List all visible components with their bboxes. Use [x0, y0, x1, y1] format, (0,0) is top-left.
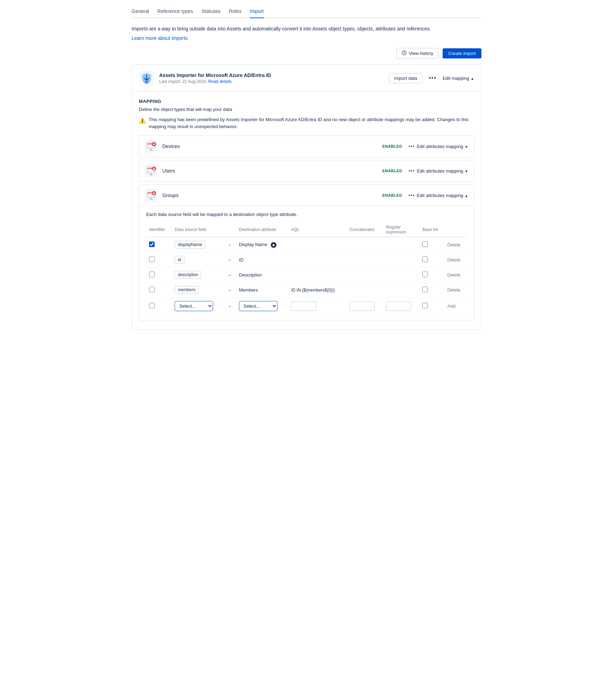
users-more-button[interactable]: ••• [406, 167, 417, 175]
add-row-aql-input[interactable] [291, 302, 316, 311]
devices-edit-attr-button[interactable]: Edit attributes mapping [417, 142, 468, 150]
row2-dest: ID [236, 252, 288, 267]
groups-edit-attr-button[interactable]: Edit attributes mapping [417, 191, 468, 200]
svg-point-17 [153, 168, 155, 169]
add-row-concat [347, 298, 383, 315]
import-data-button[interactable]: Import data [389, 73, 423, 83]
row2-base64-checkbox[interactable] [422, 257, 428, 262]
row3-regex [383, 267, 420, 282]
row2-identifier [146, 252, 172, 267]
groups-name: Groups [162, 192, 382, 198]
row3-arrow: → [224, 267, 236, 282]
svg-point-26 [154, 192, 155, 194]
row3-base64-checkbox[interactable] [422, 272, 428, 277]
row4-dest: Members [236, 282, 288, 298]
col-concat: Concatenator [347, 223, 383, 237]
add-row-aql [288, 298, 347, 315]
import-card: Assets Importer for Microsoft Azure AD/E… [132, 64, 481, 330]
add-row-regex-input[interactable] [386, 302, 411, 311]
users-edit-attr-button[interactable]: Edit attributes mapping [417, 167, 468, 175]
users-icon [145, 164, 157, 177]
row3-delete-button[interactable]: Delete [448, 272, 461, 278]
import-card-actions: Import data ••• Edit mapping [389, 73, 474, 83]
devices-more-button[interactable]: ••• [406, 142, 417, 150]
import-card-header: Assets Importer for Microsoft Azure AD/E… [132, 65, 481, 92]
add-row-base64-checkbox[interactable] [422, 303, 428, 308]
chevron-up-icon [471, 76, 474, 81]
table-row: displayName → Display Name ◆ [146, 237, 467, 252]
row2-aql [288, 252, 347, 267]
table-row: id → ID [146, 252, 467, 267]
row2-dest-attr: ID [239, 257, 244, 262]
row1-base64-checkbox[interactable] [422, 241, 428, 247]
svg-rect-23 [149, 199, 153, 200]
add-row-add-button[interactable]: Add [448, 303, 456, 309]
learn-more-link[interactable]: Learn more about imports [132, 35, 188, 41]
devices-name: Devices [162, 144, 382, 149]
tab-roles[interactable]: Roles [229, 6, 241, 18]
importer-info: Assets Importer for Microsoft Azure AD/E… [159, 72, 389, 84]
mapping-title: MAPPING [139, 99, 474, 104]
mapping-subtitle: Define the object types that will map yo… [139, 107, 474, 112]
col-aql: AQL [288, 223, 347, 237]
add-row-action: Add [445, 298, 467, 315]
row4-base64 [420, 282, 444, 298]
row4-aql-text: ID IN (${members${0}}) [291, 288, 335, 293]
col-regex: Regular expression [383, 223, 420, 237]
add-row-source-select[interactable]: Select... [175, 301, 213, 311]
chevron-up-icon2 [465, 193, 468, 198]
groups-header-row: Groups ENABLED ••• Edit attributes mappi… [139, 185, 474, 206]
add-row-identifier-checkbox[interactable] [149, 303, 155, 308]
users-name: Users [162, 168, 382, 174]
more-options-button[interactable]: ••• [427, 73, 438, 83]
svg-point-25 [153, 192, 154, 194]
groups-expanded-container: Groups ENABLED ••• Edit attributes mappi… [139, 184, 474, 321]
row4-regex [383, 282, 420, 298]
devices-status: ENABLED [382, 144, 402, 148]
row2-source-badge: id [175, 256, 184, 264]
create-import-button[interactable]: Create import [443, 48, 481, 58]
row3-aql [288, 267, 347, 282]
svg-point-24 [152, 191, 156, 195]
tab-import[interactable]: Import [250, 6, 264, 18]
svg-point-14 [150, 173, 152, 175]
mapping-table-container: Each data source field will be mapped to… [139, 206, 474, 321]
view-history-label: View history [409, 51, 433, 56]
groups-icon [145, 189, 157, 202]
importer-last-import: Last import: 22 Aug 2024. Read details. [159, 79, 389, 84]
row1-aql [288, 237, 347, 252]
tab-general[interactable]: General [132, 6, 149, 18]
view-history-button[interactable]: View history [396, 48, 438, 59]
tab-statuses[interactable]: Statuses [202, 6, 220, 18]
row4-identifier-checkbox[interactable] [149, 287, 155, 292]
importer-logo [139, 70, 154, 86]
row1-delete-button[interactable]: Delete [448, 242, 461, 247]
groups-more-button[interactable]: ••• [406, 191, 417, 200]
add-row-concat-input[interactable] [350, 302, 375, 311]
row3-base64 [420, 267, 444, 282]
object-type-row-devices: Devices ENABLED ••• Edit attributes mapp… [139, 135, 474, 157]
add-row-regex [383, 298, 420, 315]
row4-arrow: → [224, 282, 236, 298]
row2-arrow: → [224, 252, 236, 267]
row1-identifier-checkbox[interactable] [149, 241, 155, 247]
row3-source: description [172, 267, 224, 282]
row2-source: id [172, 252, 224, 267]
read-details-link[interactable]: Read details. [208, 79, 233, 84]
row4-delete-button[interactable]: Delete [448, 287, 461, 293]
add-row-arrow: → [224, 298, 236, 315]
add-row-dest-select[interactable]: Select... [239, 301, 277, 311]
table-row: description → Description [146, 267, 467, 282]
col-dest: Destination attribute [236, 223, 288, 237]
row4-base64-checkbox[interactable] [422, 287, 428, 292]
tab-reference-types[interactable]: Reference types [157, 6, 193, 18]
row2-delete-button[interactable]: Delete [448, 257, 461, 262]
mapping-warning: ⚠️ This mapping has been predefined by A… [139, 116, 474, 130]
row3-dest-attr: Description [239, 272, 262, 278]
row3-identifier-checkbox[interactable] [149, 272, 155, 277]
devices-icon [145, 140, 157, 153]
row2-identifier-checkbox[interactable] [149, 257, 155, 262]
edit-mapping-button[interactable]: Edit mapping [443, 74, 474, 83]
description-text: Imports are a way to bring outside data … [132, 25, 481, 33]
row1-dest: Display Name ◆ [236, 237, 288, 252]
